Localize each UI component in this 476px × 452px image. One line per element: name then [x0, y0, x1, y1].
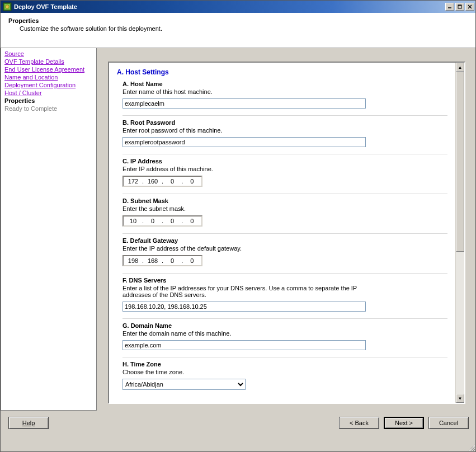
scroll-up-button[interactable]: ▲	[456, 63, 464, 72]
nav-source[interactable]: Source	[4, 50, 93, 57]
field-subnet-mask: D. Subnet Mask Enter the subnet mask. . …	[122, 197, 447, 234]
field-gateway: E. Default Gateway Enter the IP address …	[122, 237, 447, 274]
label-subnet-mask: D. Subnet Mask	[122, 197, 447, 204]
desc-host-name: Enter name of this host machine.	[122, 88, 374, 95]
field-host-name: A. Host Name Enter name of this host mac…	[122, 81, 447, 116]
ip-octet[interactable]	[125, 218, 142, 224]
ip-octet[interactable]	[183, 257, 200, 264]
wizard-footer: Help < Back Next > Cancel	[1, 411, 475, 435]
resize-grip-icon[interactable]	[468, 444, 475, 451]
scroll-thumb[interactable]	[456, 72, 464, 252]
nav-eula[interactable]: End User License Agreement	[4, 66, 93, 73]
field-timezone: H. Time Zone Choose the time zone. Afric…	[122, 361, 447, 392]
desc-ip-address: Enter IP address of this machine.	[122, 166, 374, 172]
svg-point-2	[6, 5, 9, 8]
label-timezone: H. Time Zone	[122, 361, 447, 368]
label-host-name: A. Host Name	[122, 81, 447, 87]
ip-octet[interactable]	[144, 218, 161, 224]
desc-domain: Enter the domain name of this machine.	[122, 330, 374, 337]
field-root-password: B. Root Password Enter root password of …	[122, 119, 447, 154]
page-description: Customize the software solution for this…	[20, 25, 468, 32]
ip-octet[interactable]	[164, 178, 181, 185]
window-title: Deploy OVF Template	[14, 3, 444, 10]
content-scroll: A. Host Settings A. Host Name Enter name…	[109, 63, 455, 403]
desc-timezone: Choose the time zone.	[122, 369, 374, 375]
ip-input-ip-address[interactable]: . . .	[122, 176, 202, 187]
scrollbar-vertical[interactable]: ▲ ▼	[455, 63, 464, 403]
content-frame: A. Host Settings A. Host Name Enter name…	[108, 62, 465, 404]
titlebar: Deploy OVF Template	[1, 1, 475, 13]
next-button[interactable]: Next >	[384, 417, 424, 429]
input-host-name[interactable]	[122, 98, 366, 109]
nav-properties: Properties	[4, 97, 93, 104]
field-dns: F. DNS Servers Enter a list of the IP ad…	[122, 277, 447, 319]
wizard-header: Properties Customize the software soluti…	[1, 13, 475, 48]
ip-octet[interactable]	[144, 178, 161, 185]
maximize-button[interactable]	[455, 3, 464, 11]
desc-root-password: Enter root password of this machine.	[122, 127, 374, 134]
label-root-password: B. Root Password	[122, 119, 447, 126]
ip-octet[interactable]	[125, 178, 142, 185]
nav-host-cluster[interactable]: Host / Cluster	[4, 90, 93, 96]
select-timezone[interactable]: Africa/Abidjan	[122, 379, 246, 390]
ip-input-gateway[interactable]: . . .	[122, 255, 202, 266]
ip-octet[interactable]	[164, 218, 181, 224]
label-ip-address: C. IP Address	[122, 158, 447, 164]
ip-input-subnet-mask[interactable]: . . .	[122, 215, 202, 227]
window-controls	[444, 3, 474, 11]
nav-deployment-config[interactable]: Deployment Configuration	[4, 82, 93, 88]
close-button[interactable]	[465, 3, 474, 11]
input-dns[interactable]	[122, 302, 366, 312]
body-area: Source OVF Template Details End User Lic…	[1, 48, 475, 411]
app-icon	[3, 2, 12, 11]
section-host-settings: A. Host Settings	[117, 68, 447, 76]
wizard-nav: Source OVF Template Details End User Lic…	[1, 48, 97, 411]
label-dns: F. DNS Servers	[122, 277, 447, 284]
help-button[interactable]: Help	[8, 417, 49, 429]
desc-dns: Enter a list of the IP addresses for you…	[122, 285, 374, 298]
page-title: Properties	[8, 17, 468, 24]
ip-octet[interactable]	[183, 218, 200, 224]
cancel-button[interactable]: Cancel	[428, 417, 469, 429]
nav-ovf-details[interactable]: OVF Template Details	[4, 58, 93, 65]
nav-name-location[interactable]: Name and Location	[4, 74, 93, 81]
label-gateway: E. Default Gateway	[122, 237, 447, 244]
nav-ready-complete: Ready to Complete	[4, 105, 93, 112]
scroll-down-button[interactable]: ▼	[456, 394, 464, 403]
label-domain: G. Domain Name	[122, 322, 447, 329]
desc-subnet-mask: Enter the subnet mask.	[122, 205, 374, 212]
field-ip-address: C. IP Address Enter IP address of this m…	[122, 158, 447, 194]
field-domain: G. Domain Name Enter the domain name of …	[122, 322, 447, 357]
desc-gateway: Enter the IP address of the default gate…	[122, 245, 374, 252]
input-root-password[interactable]	[122, 137, 366, 147]
ip-octet[interactable]	[125, 257, 142, 264]
ip-octet[interactable]	[144, 257, 161, 264]
input-domain[interactable]	[122, 340, 366, 350]
minimize-button[interactable]	[445, 3, 454, 11]
ip-octet[interactable]	[164, 257, 181, 264]
main-panel: A. Host Settings A. Host Name Enter name…	[97, 48, 475, 411]
ip-octet[interactable]	[183, 178, 200, 185]
back-button[interactable]: < Back	[339, 417, 379, 429]
